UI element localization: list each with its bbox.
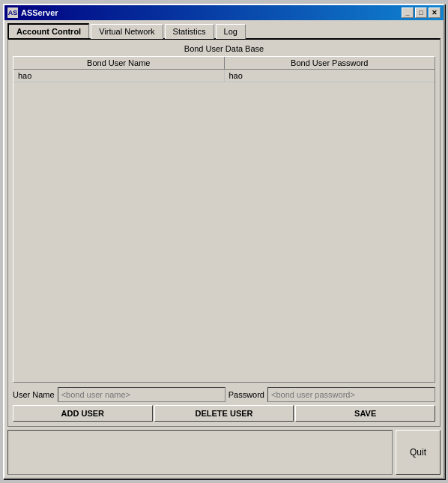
table-header: Bond User Name Bond User Password (13, 57, 435, 70)
add-user-button[interactable]: ADD USER (13, 405, 153, 422)
password-label: Password (228, 390, 264, 399)
tab-bar: Account Control Virtual Network Statisti… (4, 20, 444, 38)
quit-button[interactable]: Quit (396, 430, 441, 475)
form-row: User Name Password (13, 387, 435, 402)
title-bar: AS ASServer _ □ ✕ (4, 5, 444, 20)
tab-virtual-network[interactable]: Virtual Network (91, 24, 163, 39)
cell-password: hao (225, 70, 435, 82)
tab-account-control[interactable]: Account Control (7, 23, 89, 38)
user-table: Bond User Name Bond User Password hao ha… (13, 56, 435, 383)
tab-statistics[interactable]: Statistics (165, 24, 214, 39)
maximize-button[interactable]: □ (415, 7, 427, 18)
section-title: Bond User Data Base (13, 44, 435, 53)
app-icon: AS (7, 7, 18, 18)
main-window: AS ASServer _ □ ✕ Account Control Virtua… (3, 4, 445, 479)
cell-username: hao (13, 70, 225, 82)
col-username: Bond User Name (13, 57, 225, 69)
window-title: ASServer (21, 8, 402, 17)
username-input[interactable] (58, 387, 225, 402)
tab-log[interactable]: Log (216, 24, 246, 39)
password-input[interactable] (267, 387, 435, 402)
minimize-button[interactable]: _ (402, 7, 414, 18)
close-button[interactable]: ✕ (429, 7, 441, 18)
username-label: User Name (13, 390, 55, 399)
tab-content: Bond User Data Base Bond User Name Bond … (7, 38, 441, 427)
button-row: ADD USER DELETE USER SAVE (13, 405, 435, 422)
delete-user-button[interactable]: DELETE USER (154, 405, 294, 422)
bottom-panel: Quit (7, 430, 441, 475)
table-body: hao hao (13, 70, 435, 82)
col-password: Bond User Password (225, 57, 435, 69)
log-area[interactable] (7, 430, 393, 475)
window-controls: _ □ ✕ (402, 7, 441, 18)
save-button[interactable]: SAVE (295, 405, 435, 422)
table-row[interactable]: hao hao (13, 70, 435, 82)
